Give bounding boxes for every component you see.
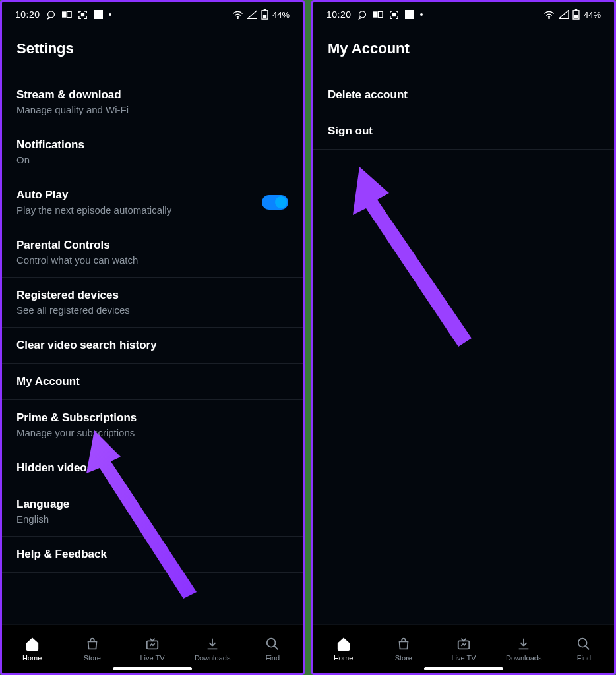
row-parental-controls[interactable]: Parental Controls Control what you can w… bbox=[2, 227, 303, 278]
nav-downloads[interactable]: Downloads bbox=[183, 637, 243, 662]
svg-point-4 bbox=[237, 18, 238, 18]
row-title: My Account bbox=[16, 375, 80, 388]
page-title: My Account bbox=[313, 27, 614, 77]
nav-live-tv[interactable]: Live TV bbox=[433, 637, 493, 662]
screenshot-my-account: 10:20 bbox=[311, 0, 616, 675]
nav-label: Home bbox=[334, 654, 353, 662]
svg-rect-7 bbox=[263, 15, 266, 18]
row-help-feedback[interactable]: Help & Feedback bbox=[2, 537, 303, 573]
gesture-bar bbox=[424, 667, 503, 670]
whatsapp-icon bbox=[357, 10, 367, 20]
settings-list: Stream & download Manage quality and Wi-… bbox=[2, 77, 303, 624]
autoplay-toggle[interactable] bbox=[262, 195, 288, 210]
svg-point-0 bbox=[47, 11, 54, 17]
svg-rect-17 bbox=[574, 15, 578, 18]
battery-percent: 44% bbox=[584, 10, 601, 20]
livetv-icon bbox=[145, 637, 160, 651]
nav-label: Store bbox=[395, 654, 412, 662]
svg-point-9 bbox=[267, 638, 276, 647]
row-notifications[interactable]: Notifications On bbox=[2, 127, 303, 177]
pill-icon bbox=[62, 11, 72, 18]
clock: 10:20 bbox=[326, 9, 352, 20]
nav-store[interactable]: Store bbox=[62, 637, 122, 662]
row-language[interactable]: Language English bbox=[2, 486, 303, 537]
svg-rect-13 bbox=[392, 13, 395, 16]
row-stream-download[interactable]: Stream & download Manage quality and Wi-… bbox=[2, 77, 303, 127]
row-title: Stream & download bbox=[16, 88, 129, 102]
row-sub: Manage quality and Wi-Fi bbox=[16, 104, 129, 115]
row-sub: Manage your subscriptions bbox=[16, 427, 137, 438]
row-title: Delete account bbox=[328, 88, 408, 102]
whatsapp-icon bbox=[46, 10, 56, 20]
row-prime-subscriptions[interactable]: Prime & Subscriptions Manage your subscr… bbox=[2, 400, 303, 450]
page-title: Settings bbox=[2, 27, 303, 77]
row-title: Hidden videos bbox=[16, 461, 93, 475]
row-sub: Play the next episode automatically bbox=[16, 204, 171, 216]
row-title: Language bbox=[16, 498, 69, 511]
signal-icon bbox=[247, 10, 257, 19]
bottom-nav: Home Store Live TV Downloads bbox=[313, 624, 614, 673]
svg-rect-16 bbox=[575, 9, 578, 11]
livetv-icon bbox=[456, 637, 471, 651]
overflow-dot bbox=[109, 13, 111, 16]
row-title: Help & Feedback bbox=[16, 548, 107, 561]
battery-icon bbox=[572, 9, 580, 20]
row-sub: English bbox=[16, 514, 69, 525]
wifi-icon bbox=[543, 10, 555, 19]
row-title: Sign out bbox=[328, 125, 373, 138]
nav-downloads[interactable]: Downloads bbox=[494, 637, 554, 662]
overflow-dot bbox=[420, 13, 423, 16]
row-title: Notifications bbox=[16, 138, 84, 152]
nav-label: Live TV bbox=[451, 654, 476, 662]
row-registered-devices[interactable]: Registered devices See all registered de… bbox=[2, 278, 303, 328]
home-icon bbox=[25, 637, 40, 651]
nav-label: Find bbox=[266, 654, 280, 662]
row-auto-play[interactable]: Auto Play Play the next episode automati… bbox=[2, 177, 303, 227]
signal-icon bbox=[559, 10, 569, 19]
nav-find[interactable]: Find bbox=[554, 637, 614, 662]
clock: 10:20 bbox=[15, 9, 40, 20]
row-sub: On bbox=[16, 154, 84, 165]
row-title: Registered devices bbox=[16, 289, 130, 302]
nav-label: Downloads bbox=[195, 654, 230, 662]
status-bar: 10:20 bbox=[2, 2, 303, 27]
row-sign-out[interactable]: Sign out bbox=[313, 113, 614, 150]
scan-icon bbox=[389, 10, 399, 20]
row-title: Prime & Subscriptions bbox=[16, 411, 137, 425]
downloads-icon bbox=[516, 637, 531, 651]
square-icon bbox=[405, 10, 414, 19]
nav-label: Live TV bbox=[140, 654, 164, 662]
svg-rect-3 bbox=[81, 13, 84, 16]
nav-label: Store bbox=[84, 654, 101, 662]
row-my-account[interactable]: My Account bbox=[2, 364, 303, 400]
svg-point-14 bbox=[549, 18, 549, 18]
row-sub: See all registered devices bbox=[16, 305, 130, 316]
scan-icon bbox=[78, 10, 88, 20]
nav-label: Downloads bbox=[506, 654, 541, 662]
row-delete-account[interactable]: Delete account bbox=[313, 77, 614, 113]
pill-icon bbox=[373, 11, 383, 18]
home-icon bbox=[336, 637, 351, 651]
row-title: Parental Controls bbox=[16, 239, 138, 252]
svg-rect-1 bbox=[62, 11, 67, 17]
find-icon bbox=[265, 637, 280, 651]
row-sub: Control what you can watch bbox=[16, 254, 138, 266]
row-title: Auto Play bbox=[16, 189, 171, 202]
nav-store[interactable]: Store bbox=[373, 637, 433, 662]
nav-label: Find bbox=[577, 654, 591, 662]
battery-icon bbox=[261, 9, 268, 20]
nav-find[interactable]: Find bbox=[243, 637, 303, 662]
wifi-icon bbox=[232, 10, 243, 19]
square-icon bbox=[94, 10, 103, 19]
find-icon bbox=[576, 637, 591, 651]
svg-rect-11 bbox=[373, 11, 378, 17]
battery-percent: 44% bbox=[272, 10, 290, 20]
svg-point-10 bbox=[359, 11, 365, 17]
nav-home[interactable]: Home bbox=[313, 637, 373, 662]
nav-label: Home bbox=[22, 654, 42, 662]
store-icon bbox=[396, 637, 411, 651]
nav-home[interactable]: Home bbox=[2, 637, 62, 662]
row-clear-history[interactable]: Clear video search history bbox=[2, 328, 303, 364]
row-hidden-videos[interactable]: Hidden videos bbox=[2, 450, 303, 486]
nav-live-tv[interactable]: Live TV bbox=[122, 637, 182, 662]
